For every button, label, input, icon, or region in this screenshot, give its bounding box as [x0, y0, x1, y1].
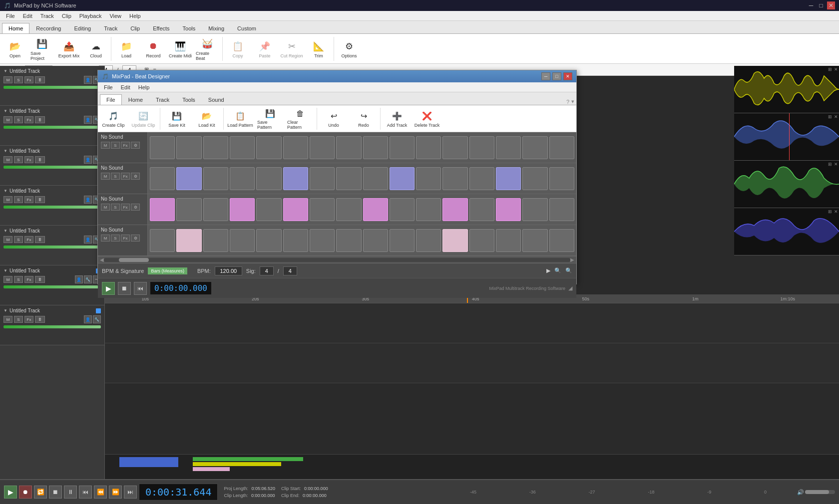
- track-eq-5[interactable]: 🎚: [35, 236, 45, 243]
- bd-close-btn[interactable]: ✕: [563, 72, 572, 80]
- beat-cell-3-13[interactable]: [469, 198, 494, 221]
- wf-close-2[interactable]: ✕: [834, 114, 838, 119]
- tab-tools[interactable]: Tools: [176, 23, 202, 33]
- mini-clip-area[interactable]: [105, 455, 839, 479]
- tab-clip[interactable]: Clip: [124, 23, 146, 33]
- beat-cell-4-12[interactable]: [442, 229, 467, 252]
- beat-fx-3[interactable]: Fx: [121, 204, 130, 211]
- wf-close-3[interactable]: ✕: [834, 162, 838, 167]
- copy-button[interactable]: 📋 Copy: [225, 35, 251, 62]
- beat-cell-3-3[interactable]: [203, 198, 228, 221]
- bd-maximize-btn[interactable]: □: [552, 72, 561, 80]
- beat-cell-3-1[interactable]: [150, 198, 175, 221]
- menu-file[interactable]: File: [2, 12, 19, 20]
- bd-play-btn[interactable]: ▶: [102, 282, 115, 295]
- menu-playback[interactable]: Playback: [75, 12, 106, 20]
- bd-scrollbar-track[interactable]: [104, 258, 570, 262]
- track-add-2[interactable]: 👤: [84, 116, 92, 124]
- main-track-fx-1[interactable]: Fx: [24, 276, 33, 283]
- track-solo-1[interactable]: S: [14, 76, 23, 83]
- beat-cell-4-8[interactable]: [336, 229, 361, 252]
- beat-cell-1-8[interactable]: [336, 136, 361, 159]
- bd-save-pattern-btn[interactable]: 💾 Save Pattern: [256, 106, 285, 131]
- main-track-add-1[interactable]: 👤: [75, 275, 83, 283]
- beat-cell-2-14[interactable]: [496, 167, 521, 190]
- beat-cell-3-6[interactable]: [283, 198, 308, 221]
- beat-cell-2-4[interactable]: [230, 167, 255, 190]
- main-play-btn[interactable]: ▶: [4, 486, 17, 499]
- track-solo-5[interactable]: S: [14, 236, 23, 243]
- mini-clip-1[interactable]: [119, 457, 178, 467]
- bd-tab-file[interactable]: File: [100, 94, 122, 105]
- menu-help[interactable]: Help: [125, 12, 145, 20]
- minimize-btn[interactable]: ─: [807, 1, 815, 9]
- beat-cell-4-14[interactable]: [496, 229, 521, 252]
- beat-fx-4[interactable]: Fx: [121, 235, 130, 242]
- beat-cell-1-14[interactable]: [496, 136, 521, 159]
- track-solo-2[interactable]: S: [14, 116, 23, 123]
- track-mute-2[interactable]: M: [3, 116, 12, 123]
- beat-cell-1-1[interactable]: [150, 136, 175, 159]
- main-record-btn[interactable]: ⏺: [19, 486, 32, 499]
- main-track-solo-2[interactable]: S: [14, 316, 23, 323]
- track-mute-3[interactable]: M: [3, 156, 12, 163]
- bd-right-arrow[interactable]: ▶: [546, 267, 550, 274]
- bd-zoom-in[interactable]: 🔍: [554, 267, 561, 274]
- beat-cell-1-11[interactable]: [416, 136, 441, 159]
- create-beat-button[interactable]: 🥁 Create Beat: [194, 35, 220, 62]
- bd-tab-track[interactable]: Track: [149, 94, 176, 105]
- main-loop-btn[interactable]: 🔁: [34, 486, 47, 499]
- beat-cell-1-13[interactable]: [469, 136, 494, 159]
- load-button[interactable]: 📁 Load: [113, 35, 139, 62]
- beat-cell-2-8[interactable]: [336, 167, 361, 190]
- menu-view[interactable]: View: [105, 12, 125, 20]
- bd-delete-track-btn[interactable]: ❌ Delete Track: [413, 106, 441, 131]
- beat-cell-4-5[interactable]: [256, 229, 281, 252]
- cloud-button[interactable]: ☁ Cloud: [83, 35, 109, 62]
- wf-close-4[interactable]: ✕: [834, 209, 838, 214]
- bd-help-icon[interactable]: ?: [566, 99, 569, 105]
- bd-scrollbar-thumb[interactable]: [119, 258, 149, 262]
- bd-load-kit-btn[interactable]: 📂 Load Kit: [192, 106, 221, 131]
- beat-cell-3-10[interactable]: [390, 198, 415, 221]
- beat-cell-3-5[interactable]: [256, 198, 281, 221]
- beat-cell-3-2[interactable]: [176, 198, 201, 221]
- track-eq-2[interactable]: 🎚: [35, 116, 45, 123]
- bd-clear-pattern-btn[interactable]: 🗑 Clear Pattern: [286, 106, 315, 131]
- beat-cell-1-5[interactable]: [256, 136, 281, 159]
- beat-cell-2-5[interactable]: [256, 167, 281, 190]
- beat-cell-4-4[interactable]: [230, 229, 255, 252]
- track-eq-4[interactable]: 🎚: [35, 196, 45, 203]
- track-fx-4[interactable]: Fx: [24, 196, 33, 203]
- beat-cell-3-8[interactable]: [336, 198, 361, 221]
- main-stop-btn[interactable]: ⏹: [49, 486, 62, 499]
- export-mix-button[interactable]: 📤 Export Mix: [56, 35, 82, 62]
- beat-cell-4-11[interactable]: [416, 229, 441, 252]
- bd-expand-icon[interactable]: ▾: [571, 98, 574, 105]
- beat-cell-4-15[interactable]: [522, 229, 547, 252]
- track-mute-4[interactable]: M: [3, 196, 12, 203]
- tab-home[interactable]: Home: [2, 23, 29, 33]
- main-track-mute-1[interactable]: M: [3, 276, 12, 283]
- main-track-add-2[interactable]: 👤: [84, 315, 92, 323]
- wf-close-1[interactable]: ✕: [834, 67, 838, 72]
- main-fastfwd-btn[interactable]: ⏩: [109, 486, 122, 499]
- track-mute-1[interactable]: M: [3, 76, 12, 83]
- beat-cell-1-15[interactable]: [522, 136, 547, 159]
- options-button[interactable]: ⚙ Options: [336, 35, 362, 62]
- beat-cell-1-12[interactable]: [442, 136, 467, 159]
- beat-cell-2-2[interactable]: [176, 167, 201, 190]
- trim-button[interactable]: 📐 Trim: [306, 35, 332, 62]
- beat-settings-2[interactable]: ⚙: [131, 173, 140, 180]
- mini-clip-3[interactable]: [193, 462, 281, 466]
- track-solo-4[interactable]: S: [14, 196, 23, 203]
- main-track-settings-1[interactable]: 🔧: [84, 275, 92, 283]
- titlebar-controls[interactable]: ─ □ ✕: [807, 1, 835, 9]
- main-track-eq-2[interactable]: 🎚: [35, 316, 45, 323]
- create-midi-button[interactable]: 🎹 Create Midi: [167, 35, 193, 62]
- menu-clip[interactable]: Clip: [58, 12, 75, 20]
- beat-cell-4-3[interactable]: [203, 229, 228, 252]
- bd-redo-btn[interactable]: ↪ Redo: [349, 106, 378, 131]
- bd-tab-home[interactable]: Home: [122, 94, 149, 105]
- beat-fx-1[interactable]: Fx: [121, 142, 130, 149]
